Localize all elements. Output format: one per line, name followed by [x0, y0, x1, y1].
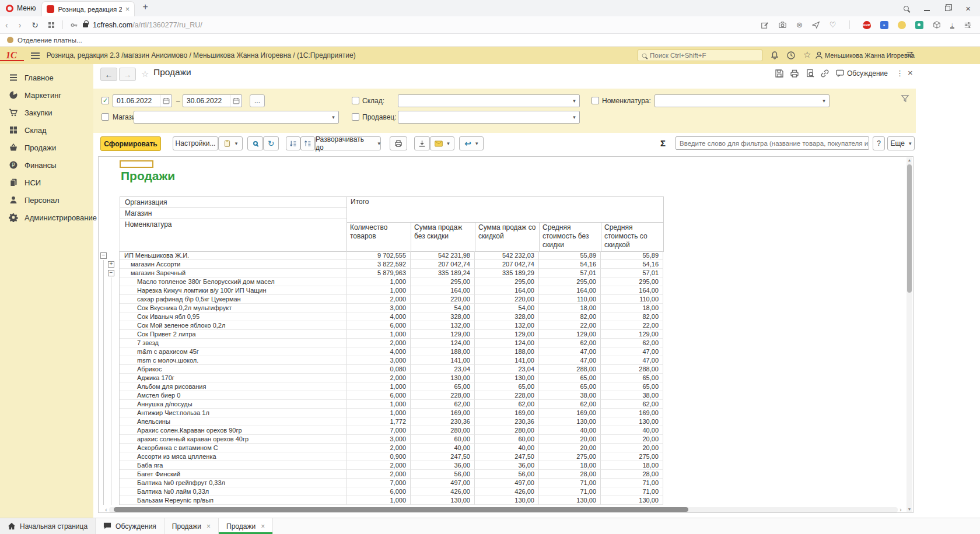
table-row[interactable]: Масло топленое 380г Белорусский дом масе…: [99, 277, 664, 286]
tab-close-icon[interactable]: ×: [261, 522, 265, 531]
scroll-down-icon[interactable]: ▼: [907, 507, 912, 511]
table-row[interactable]: Сок Иваныч ябл 0,954,000328,00328,0082,0…: [99, 312, 664, 321]
vertical-scrollbar[interactable]: ▲ ▼: [907, 157, 912, 512]
table-row[interactable]: Багет Финский2,00056,0056,0028,0028,00: [99, 470, 664, 479]
quick-filter-field[interactable]: [676, 136, 869, 150]
table-row[interactable]: Альбом для рисования1,00065,0065,0065,00…: [99, 382, 664, 391]
table-row[interactable]: Ассорти из мяса цплленка0,900247,50247,5…: [99, 452, 664, 461]
favorites-star-icon[interactable]: ☆: [803, 50, 811, 59]
table-row[interactable]: Аскорбинка с витамином С2,00040,0040,002…: [99, 444, 664, 452]
store-input[interactable]: [134, 113, 328, 121]
sidebar-item-finance[interactable]: ₽ Финансы: [0, 156, 93, 174]
window-close-icon[interactable]: ×: [965, 4, 971, 13]
report-history-button[interactable]: ↩: [459, 136, 484, 150]
hscroll-thumb[interactable]: [114, 507, 688, 512]
table-row[interactable]: Абрикос0,08023,0423,04288,00288,00: [99, 365, 664, 374]
add-favorite-star-icon[interactable]: ☆: [141, 69, 149, 78]
sidebar-item-sales[interactable]: Продажи: [0, 139, 93, 156]
extension-icon[interactable]: [915, 21, 923, 29]
table-row[interactable]: Балтика №0 лайм 0,33л6,000426,00426,0071…: [99, 487, 664, 496]
lock-icon[interactable]: [83, 23, 88, 27]
seller-checkbox[interactable]: [352, 113, 359, 121]
print-report-button[interactable]: [390, 136, 407, 150]
table-row[interactable]: Сок Вкусника 0,2л мультифрукт3,00054,005…: [99, 304, 664, 312]
taskbar-tab-sales-2[interactable]: Продажи ×: [219, 518, 273, 534]
block-ads-icon[interactable]: ⊗: [796, 20, 803, 29]
bookmark-heart-icon[interactable]: ♡: [830, 20, 836, 29]
table-row[interactable]: −ИП Меньшикова Ж.И.9 702,555542 231,9854…: [99, 251, 664, 260]
warehouse-input[interactable]: [398, 97, 569, 105]
chevron-down-icon[interactable]: [328, 111, 338, 123]
snapshot-camera-icon[interactable]: [778, 21, 787, 29]
chevron-down-icon[interactable]: [569, 95, 579, 107]
collapse-toggle-icon[interactable]: −: [100, 252, 107, 259]
browser-reload-icon[interactable]: ↻: [26, 20, 44, 30]
selected-cell[interactable]: [120, 160, 153, 168]
table-row[interactable]: Аннушка д/посуды1,00062,0062,0062,0062,0…: [99, 400, 664, 409]
sidebar-item-administration[interactable]: Администрирование: [0, 209, 93, 226]
current-user-name[interactable]: Меньшикова Жанна Игоревна: [825, 52, 915, 59]
collapse-groups-button[interactable]: [300, 136, 315, 150]
horizontal-scrollbar[interactable]: ‹ ›: [103, 507, 904, 512]
taskbar-discussions[interactable]: Обсуждения: [96, 518, 164, 534]
nav-forward-button[interactable]: →: [119, 68, 136, 81]
expand-groups-button[interactable]: [286, 136, 300, 150]
taskbar-home[interactable]: Начальная страница: [0, 518, 96, 534]
table-row[interactable]: Арахис солен.Караван орехов 90гр7,000280…: [99, 426, 664, 435]
window-minimize-icon[interactable]: [924, 10, 930, 11]
onec-extension-icon[interactable]: [898, 21, 906, 29]
table-row[interactable]: арахис соленый караван орехов 40гр3,0006…: [99, 435, 664, 444]
period-to-input[interactable]: [183, 97, 230, 105]
calendar-icon[interactable]: [160, 95, 172, 107]
period-from-input[interactable]: [113, 97, 160, 105]
table-row[interactable]: +магазин Ассорти3 822,592207 042,74207 0…: [99, 260, 664, 269]
preview-search-icon[interactable]: [806, 69, 815, 78]
table-row[interactable]: Нарезка Кижуч ломтики в/у 100г ИП Чащин1…: [99, 286, 664, 295]
browser-back-icon[interactable]: ‹: [0, 20, 13, 30]
nomenclature-combo[interactable]: [654, 94, 830, 107]
bookmark-item[interactable]: Отделение платны...: [18, 37, 82, 44]
seller-combo[interactable]: [398, 111, 580, 124]
browser-tab[interactable]: Розница, редакция 2.3 /м ×: [41, 1, 135, 16]
tab-close-icon[interactable]: ×: [125, 5, 130, 13]
send-email-button[interactable]: [430, 136, 454, 150]
warehouse-checkbox[interactable]: [352, 97, 359, 104]
notifications-bell-icon[interactable]: [770, 51, 779, 60]
sidebar-item-main[interactable]: Главное: [0, 69, 93, 86]
global-search-input[interactable]: [650, 52, 749, 59]
sidebar-item-personnel[interactable]: Персонал: [0, 191, 93, 209]
scroll-up-icon[interactable]: ▲: [907, 158, 912, 162]
save-report-button[interactable]: [414, 136, 430, 150]
close-form-icon[interactable]: ×: [908, 68, 913, 78]
help-button[interactable]: ?: [873, 136, 885, 150]
nav-back-button[interactable]: ←: [100, 68, 117, 81]
sidebar-item-marketing[interactable]: Маркетинг: [0, 86, 93, 104]
history-clock-icon[interactable]: [786, 51, 796, 60]
table-row[interactable]: m&m с арахисом 45г4,000188,00188,0047,00…: [99, 347, 664, 356]
period-checkbox[interactable]: [102, 97, 109, 104]
vscroll-thumb[interactable]: [907, 164, 912, 293]
table-row[interactable]: Баба яга2,00036,0036,0018,0018,00: [99, 461, 664, 470]
more-button[interactable]: Еще: [887, 136, 915, 150]
chevron-down-icon[interactable]: [569, 111, 579, 123]
table-row[interactable]: Аджика 170г2,000130,00130,0065,0065,00: [99, 374, 664, 382]
discussion-label[interactable]: Обсуждение: [847, 69, 888, 78]
url-text[interactable]: 1cfresh.com/a/rtl/1360277/ru_RU/: [93, 21, 202, 29]
browser-forward-icon[interactable]: ›: [13, 20, 27, 30]
refresh-button[interactable]: ↻: [263, 136, 279, 150]
scroll-left-icon[interactable]: ‹: [103, 507, 109, 513]
taskbar-tab-sales-1[interactable]: Продажи ×: [164, 518, 219, 534]
tab-close-icon[interactable]: ×: [206, 522, 211, 531]
quick-filter-input[interactable]: [676, 140, 869, 147]
settings-button[interactable]: Настройки...: [173, 136, 218, 150]
more-menu-icon[interactable]: ⋮: [896, 69, 904, 78]
table-row[interactable]: Амстел биер 06,000228,00228,0038,0038,00: [99, 391, 664, 400]
service-sliders-icon[interactable]: [905, 51, 915, 59]
main-menu-icon[interactable]: [31, 52, 40, 59]
save-icon[interactable]: [775, 69, 784, 78]
period-options-button[interactable]: ...: [250, 94, 265, 107]
store-combo[interactable]: [134, 111, 339, 124]
chevron-down-icon[interactable]: [819, 95, 829, 107]
table-row[interactable]: −магазин Заречный5 879,963335 189,24335 …: [99, 269, 664, 277]
sidebar-item-warehouse[interactable]: Склад: [0, 121, 93, 139]
